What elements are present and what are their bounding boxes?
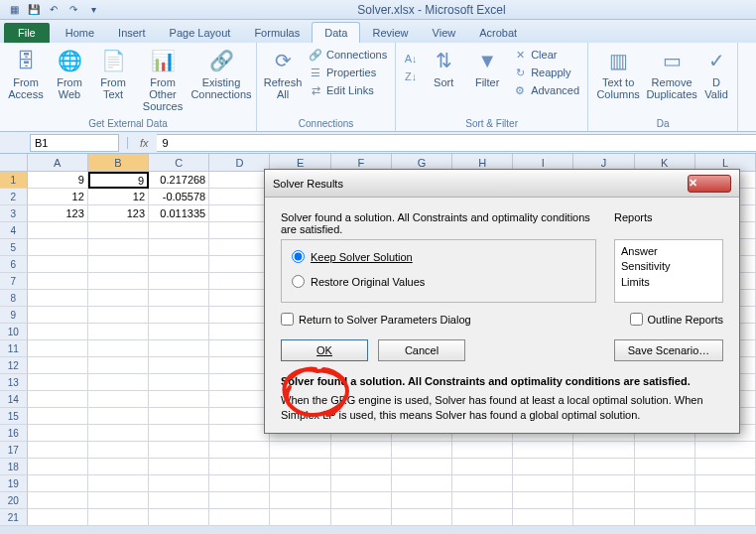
cell-K20[interactable] — [635, 492, 695, 509]
col-header-B[interactable]: B — [88, 154, 149, 172]
cell-B8[interactable] — [88, 290, 149, 307]
cell-D16[interactable] — [209, 425, 270, 442]
cell-A21[interactable] — [28, 509, 88, 526]
cell-A8[interactable] — [28, 290, 88, 307]
row-header-18[interactable]: 18 — [0, 459, 28, 475]
cell-L17[interactable] — [695, 442, 756, 459]
cell-B2[interactable]: 12 — [88, 189, 149, 205]
cell-D9[interactable] — [209, 307, 270, 324]
cell-I18[interactable] — [513, 459, 573, 475]
report-answer[interactable]: Answer — [621, 244, 716, 259]
row-header-13[interactable]: 13 — [0, 374, 28, 391]
sort-desc-button[interactable]: Z↓ — [402, 68, 420, 84]
fx-label[interactable]: fx — [127, 137, 149, 149]
keep-solution-radio[interactable]: Keep Solver Solution — [292, 250, 585, 263]
cell-H19[interactable] — [452, 475, 513, 492]
save-scenario-button[interactable]: Save Scenario… — [614, 339, 723, 361]
cell-A19[interactable] — [28, 475, 88, 492]
outline-reports-checkbox[interactable]: Outline Reports — [630, 313, 723, 326]
cell-D8[interactable] — [209, 290, 270, 307]
cell-C5[interactable] — [149, 239, 209, 256]
cell-C18[interactable] — [149, 459, 209, 475]
cell-A14[interactable] — [28, 391, 88, 408]
cell-C17[interactable] — [149, 442, 209, 459]
cell-D1[interactable] — [209, 172, 270, 189]
cell-C6[interactable] — [149, 256, 209, 273]
undo-icon[interactable]: ↶ — [46, 2, 62, 18]
cell-B9[interactable] — [88, 307, 149, 324]
cell-H18[interactable] — [452, 459, 513, 475]
cell-B7[interactable] — [88, 273, 149, 290]
cell-C14[interactable] — [149, 391, 209, 408]
filter-button[interactable]: ▼Filter — [467, 45, 507, 90]
cell-B15[interactable] — [88, 408, 149, 425]
cell-D20[interactable] — [209, 492, 270, 509]
tab-acrobat[interactable]: Acrobat — [467, 23, 529, 43]
cell-I21[interactable] — [513, 509, 573, 526]
cell-D5[interactable] — [209, 239, 270, 256]
tab-home[interactable]: Home — [54, 23, 106, 43]
row-header-19[interactable]: 19 — [0, 475, 28, 492]
cell-C7[interactable] — [149, 273, 209, 290]
cell-K21[interactable] — [635, 509, 695, 526]
row-header-5[interactable]: 5 — [0, 239, 28, 256]
row-header-11[interactable]: 11 — [0, 340, 28, 357]
cell-G19[interactable] — [392, 475, 452, 492]
keep-solution-input[interactable] — [292, 250, 305, 263]
connections-button[interactable]: 🔗Connections — [307, 47, 389, 63]
cell-B16[interactable] — [88, 425, 149, 442]
row-header-10[interactable]: 10 — [0, 324, 28, 340]
cell-B1[interactable]: 9 — [88, 172, 149, 189]
cell-A7[interactable] — [28, 273, 88, 290]
row-header-3[interactable]: 3 — [0, 205, 28, 222]
col-header-C[interactable]: C — [149, 154, 209, 172]
cell-G21[interactable] — [392, 509, 452, 526]
cell-C16[interactable] — [149, 425, 209, 442]
cell-L20[interactable] — [695, 492, 756, 509]
cell-A17[interactable] — [28, 442, 88, 459]
cell-C10[interactable] — [149, 324, 209, 340]
cell-D13[interactable] — [209, 374, 270, 391]
cell-C12[interactable] — [149, 357, 209, 374]
sort-button[interactable]: ⇅Sort — [424, 45, 463, 90]
cell-D7[interactable] — [209, 273, 270, 290]
cell-K19[interactable] — [635, 475, 695, 492]
cell-J21[interactable] — [573, 509, 634, 526]
cell-H20[interactable] — [452, 492, 513, 509]
cell-B18[interactable] — [88, 459, 149, 475]
cell-H17[interactable] — [452, 442, 513, 459]
cell-A20[interactable] — [28, 492, 88, 509]
cell-A3[interactable]: 123 — [28, 205, 88, 222]
cell-A9[interactable] — [28, 307, 88, 324]
cell-G20[interactable] — [392, 492, 452, 509]
cell-F18[interactable] — [331, 459, 392, 475]
tab-formulas[interactable]: Formulas — [242, 23, 312, 43]
cell-C2[interactable]: -0.05578 — [149, 189, 209, 205]
advanced-button[interactable]: ⚙Advanced — [511, 82, 581, 98]
existing-connections-button[interactable]: 🔗Existing Connections — [192, 45, 250, 102]
cell-B21[interactable] — [88, 509, 149, 526]
cell-D3[interactable] — [209, 205, 270, 222]
cell-D12[interactable] — [209, 357, 270, 374]
cell-D6[interactable] — [209, 256, 270, 273]
cell-D15[interactable] — [209, 408, 270, 425]
row-header-12[interactable]: 12 — [0, 357, 28, 374]
cell-I17[interactable] — [513, 442, 573, 459]
restore-values-input[interactable] — [292, 275, 305, 288]
col-header-A[interactable]: A — [28, 154, 88, 172]
cancel-button[interactable]: Cancel — [378, 339, 465, 361]
cell-B14[interactable] — [88, 391, 149, 408]
tab-view[interactable]: View — [421, 23, 468, 43]
reapply-button[interactable]: ↻Reapply — [511, 65, 581, 80]
tab-review[interactable]: Review — [360, 23, 420, 43]
sort-asc-button[interactable]: A↓ — [402, 51, 420, 67]
report-limits[interactable]: Limits — [621, 275, 716, 290]
row-header-8[interactable]: 8 — [0, 290, 28, 307]
name-box[interactable]: B1 — [30, 134, 119, 152]
cell-J20[interactable] — [573, 492, 634, 509]
cell-D2[interactable] — [209, 189, 270, 205]
properties-button[interactable]: ☰Properties — [307, 65, 389, 80]
cell-C21[interactable] — [149, 509, 209, 526]
cell-H21[interactable] — [452, 509, 513, 526]
cell-C15[interactable] — [149, 408, 209, 425]
